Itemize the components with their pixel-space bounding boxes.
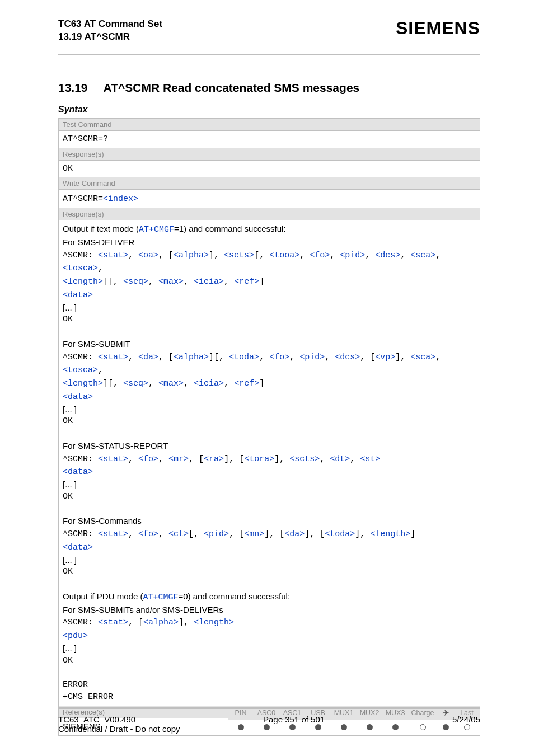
scmr-prefix: ^SCMR: — [63, 529, 98, 539]
p[interactable]: <sca> — [410, 251, 435, 260]
p[interactable]: <length> — [63, 379, 103, 388]
p[interactable]: <dt> — [330, 454, 350, 464]
p[interactable]: <pid> — [204, 529, 229, 539]
p[interactable]: <pid> — [340, 251, 365, 260]
intro-text-b: =1) and command successful: — [174, 224, 286, 233]
p[interactable]: <mr> — [168, 454, 189, 464]
section-heading: 13.19AT^SCMR Read concatenated SMS messa… — [58, 81, 480, 95]
syntax-table: Test Command AT^SCMR=? Response(s) OK Wr… — [58, 118, 480, 736]
p[interactable]: <ref> — [234, 277, 259, 287]
p[interactable]: <scts> — [289, 454, 320, 464]
p[interactable]: <length> — [194, 618, 234, 627]
scmr-prefix: ^SCMR: — [63, 454, 98, 464]
ok: OK — [63, 415, 476, 428]
p[interactable]: <sca> — [410, 353, 435, 362]
p[interactable]: <ref> — [234, 379, 259, 388]
write-cmd-param[interactable]: <index> — [103, 194, 138, 204]
pdu-intro-a: Output if PDU mode ( — [63, 591, 143, 601]
p[interactable]: <max> — [158, 277, 184, 287]
ok: OK — [63, 491, 476, 503]
p[interactable]: <mn> — [244, 529, 264, 539]
data-token[interactable]: <data> — [63, 290, 93, 300]
p[interactable]: <fo> — [310, 251, 330, 260]
ellipsis: [... ] — [63, 302, 476, 314]
p[interactable]: <scts> — [224, 251, 254, 260]
brand-logo: SIEMENS — [396, 18, 480, 39]
p[interactable]: <vp> — [375, 353, 395, 362]
p[interactable]: <toda> — [229, 353, 259, 362]
p[interactable]: <fo> — [269, 353, 289, 362]
write-command: AT^SCMR=<index> — [59, 189, 480, 208]
ok: OK — [63, 655, 476, 667]
ok: OK — [63, 566, 476, 578]
p[interactable]: <seq> — [123, 277, 148, 287]
test-command-label: Test Command — [59, 119, 480, 130]
p[interactable]: <ieia> — [194, 277, 224, 287]
write-response-body: Output if text mode (AT+CMGF=1) and comm… — [59, 220, 480, 706]
p[interactable]: <ct> — [168, 529, 189, 539]
error: ERROR — [63, 679, 476, 691]
footer-center: Page 351 of 501 — [263, 715, 325, 724]
section-number: 13.19 — [58, 81, 88, 95]
pdu-intro-b: =0) and command successful: — [178, 591, 290, 601]
data-token[interactable]: <data> — [63, 392, 93, 402]
p[interactable]: <stat> — [98, 454, 128, 464]
footer-confidential: Confidential / Draft - Do not copy — [58, 724, 480, 734]
test-response: OK — [59, 160, 480, 177]
p[interactable]: <pid> — [299, 353, 325, 362]
p[interactable]: <max> — [158, 379, 184, 388]
p[interactable]: <fo> — [138, 454, 158, 464]
p[interactable]: <ra> — [204, 454, 224, 464]
cms-error: +CMS ERROR — [63, 691, 476, 703]
test-response-label: Response(s) — [59, 148, 480, 160]
doc-subtitle: 13.19 AT^SCMR — [58, 31, 162, 44]
p[interactable]: <alpha> — [143, 618, 179, 627]
header-rule — [58, 54, 480, 55]
p[interactable]: <tosca> — [63, 264, 98, 273]
p[interactable]: <da> — [284, 529, 305, 539]
p[interactable]: <tooa> — [269, 251, 299, 260]
p[interactable]: <tosca> — [63, 365, 98, 375]
p[interactable]: <length> — [63, 277, 103, 287]
p[interactable]: <st> — [360, 454, 380, 464]
p[interactable]: <fo> — [138, 529, 158, 539]
p[interactable]: <da> — [138, 353, 158, 362]
doc-title: TC63 AT Command Set — [58, 18, 162, 31]
pdu-token[interactable]: <pdu> — [63, 631, 88, 641]
p[interactable]: <alpha> — [174, 251, 209, 260]
p[interactable]: <length> — [370, 529, 410, 539]
footer-left: TC63_ATC_V00.490 — [58, 715, 135, 724]
p[interactable]: <stat> — [98, 353, 128, 362]
atcmgf-link[interactable]: AT+CMGF — [139, 225, 174, 234]
p[interactable]: <alpha> — [174, 353, 209, 362]
sms-deliver-label: For SMS-DELIVER — [63, 236, 476, 248]
write-command-label: Write Command — [59, 177, 480, 189]
sms-commands-label: For SMS-Commands — [63, 515, 476, 527]
page-footer: TC63_ATC_V00.490 Page 351 of 501 5/24/05… — [58, 707, 480, 734]
p[interactable]: <toda> — [325, 529, 355, 539]
p[interactable]: <dcs> — [335, 353, 360, 362]
p[interactable]: <stat> — [98, 529, 128, 539]
ellipsis: [... ] — [63, 478, 476, 491]
page-header: TC63 AT Command Set 13.19 AT^SCMR SIEMEN… — [58, 18, 480, 44]
section-title-text: AT^SCMR Read concatenated SMS messages — [104, 81, 360, 94]
p[interactable]: <stat> — [98, 618, 128, 627]
p[interactable]: <tora> — [244, 454, 274, 464]
test-command: AT^SCMR=? — [59, 130, 480, 148]
p[interactable]: <ieia> — [194, 379, 224, 388]
scmr-prefix: ^SCMR: — [63, 353, 98, 362]
ellipsis: [... ] — [63, 403, 476, 416]
p[interactable]: <dcs> — [375, 251, 400, 260]
pdu-label: For SMS-SUBMITs and/or SMS-DELIVERs — [63, 604, 476, 616]
p[interactable]: <stat> — [98, 251, 128, 260]
ellipsis: [... ] — [63, 642, 476, 655]
scmr-prefix: ^SCMR: — [63, 251, 98, 260]
data-token[interactable]: <data> — [63, 467, 93, 477]
ok: OK — [63, 313, 476, 326]
p[interactable]: <oa> — [138, 251, 158, 260]
write-cmd-prefix: AT^SCMR= — [63, 194, 103, 204]
intro-text-a: Output if text mode ( — [63, 224, 139, 233]
p[interactable]: <seq> — [123, 379, 148, 388]
atcmgf-link[interactable]: AT+CMGF — [143, 593, 178, 602]
data-token[interactable]: <data> — [63, 543, 93, 552]
